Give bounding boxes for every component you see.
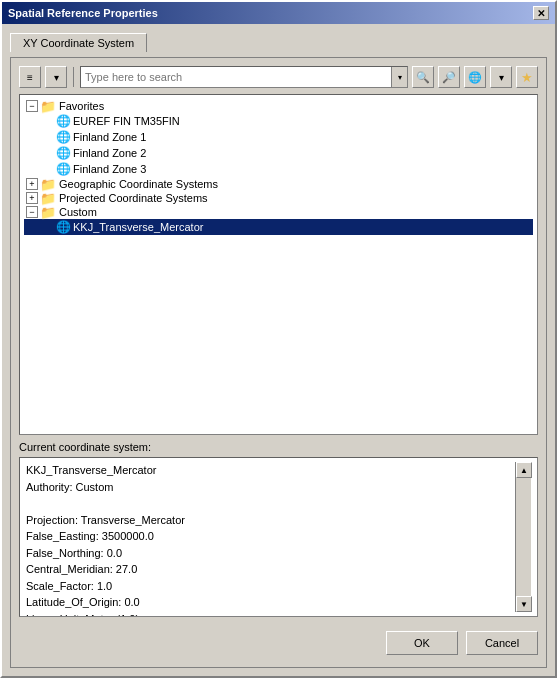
tree-node-custom[interactable]: − 📁 Custom [24,205,533,219]
dropdown-button[interactable]: ▾ [45,66,67,88]
coord-line-authority: Authority: Custom [26,479,515,496]
cancel-button[interactable]: Cancel [466,631,538,655]
coord-line-projection: Projection: Transverse_Mercator [26,512,515,529]
coordinate-system-tree[interactable]: − 📁 Favorites 🌐 EUREF FIN TM35FIN 🌐 [19,94,538,435]
tree-label-custom: Custom [59,206,97,218]
expander-favorites[interactable]: − [26,100,38,112]
spacer-finland2 [42,147,54,159]
tree-node-euref[interactable]: 🌐 EUREF FIN TM35FIN [24,113,533,129]
dropdown-arrow-icon: ▾ [54,72,59,83]
expander-geographic[interactable]: + [26,178,38,190]
coordinate-system-details: KKJ_Transverse_Mercator Authority: Custo… [19,457,538,617]
coord-line-blank [26,495,515,512]
coord-line-scale-factor: Scale_Factor: 1.0 [26,578,515,595]
scroll-down-button[interactable]: ▼ [516,596,532,612]
tree-label-projected: Projected Coordinate Systems [59,192,208,204]
spacer-finland3 [42,163,54,175]
tree-node-favorites[interactable]: − 📁 Favorites [24,99,533,113]
ok-button[interactable]: OK [386,631,458,655]
find-icon: 🔎 [442,71,456,84]
star-icon: ★ [521,70,533,85]
search-input[interactable] [81,71,391,83]
globe-button[interactable]: 🌐 [464,66,486,88]
tree-node-finland2[interactable]: 🌐 Finland Zone 2 [24,145,533,161]
tree-label-geographic: Geographic Coordinate Systems [59,178,218,190]
coord-line-name: KKJ_Transverse_Mercator [26,462,515,479]
tree-label-favorites: Favorites [59,100,104,112]
scroll-up-button[interactable]: ▲ [516,462,532,478]
globe-icon-finland2: 🌐 [56,146,70,160]
search-icon: 🔍 [416,71,430,84]
tree-label-kkj: KKJ_Transverse_Mercator [73,221,203,233]
globe-icon-euref: 🌐 [56,114,70,128]
toolbar: ≡ ▾ ▾ 🔍 🔎 🌐 [19,66,538,88]
tab-bar: XY Coordinate System [10,32,547,51]
coord-line-latitude-origin: Latitude_Of_Origin: 0.0 [26,594,515,611]
close-button[interactable]: ✕ [533,6,549,20]
coord-line-false-northing: False_Northing: 0.0 [26,545,515,562]
search-button[interactable]: 🔍 [412,66,434,88]
filter-icon: ≡ [27,72,33,83]
globe-icon: 🌐 [468,71,482,84]
tab-content: ≡ ▾ ▾ 🔍 🔎 🌐 [10,57,547,668]
tree-node-finland3[interactable]: 🌐 Finland Zone 3 [24,161,533,177]
title-bar: Spatial Reference Properties ✕ [2,2,555,24]
tree-label-finland1: Finland Zone 1 [73,131,146,143]
coord-system-label: Current coordinate system: [19,441,538,453]
button-row: OK Cancel [19,631,538,659]
expander-projected[interactable]: + [26,192,38,204]
globe-icon-finland1: 🌐 [56,130,70,144]
expander-custom[interactable]: − [26,206,38,218]
tree-node-projected[interactable]: + 📁 Projected Coordinate Systems [24,191,533,205]
star-button[interactable]: ★ [516,66,538,88]
tree-node-geographic[interactable]: + 📁 Geographic Coordinate Systems [24,177,533,191]
globe-dropdown-arrow: ▾ [499,72,504,83]
coord-line-linear-unit: Linear Unit: Meter (1.0) [26,611,515,618]
coord-scrollbar: ▲ ▼ [515,462,531,612]
projected-folder-icon: 📁 [40,192,56,204]
coord-line-false-easting: False_Easting: 3500000.0 [26,528,515,545]
filter-button[interactable]: ≡ [19,66,41,88]
toolbar-divider [73,67,74,87]
custom-folder-icon: 📁 [40,206,56,218]
favorites-folder-icon: 📁 [40,100,56,112]
tree-label-finland3: Finland Zone 3 [73,163,146,175]
tree-label-euref: EUREF FIN TM35FIN [73,115,180,127]
geographic-folder-icon: 📁 [40,178,56,190]
tree-label-finland2: Finland Zone 2 [73,147,146,159]
spacer-euref [42,115,54,127]
globe-icon-finland3: 🌐 [56,162,70,176]
spacer-kkj [42,221,54,233]
globe-dropdown[interactable]: ▾ [490,66,512,88]
tree-node-finland1[interactable]: 🌐 Finland Zone 1 [24,129,533,145]
search-dropdown-arrow[interactable]: ▾ [391,67,407,87]
bottom-section: Current coordinate system: KKJ_Transvers… [19,441,538,617]
scroll-track [516,478,531,596]
globe-icon-kkj: 🌐 [56,220,70,234]
spatial-reference-dialog: Spatial Reference Properties ✕ XY Coordi… [0,0,557,678]
coord-line-central-meridian: Central_Meridian: 27.0 [26,561,515,578]
tree-node-kkj[interactable]: 🌐 KKJ_Transverse_Mercator [24,219,533,235]
coord-text-content: KKJ_Transverse_Mercator Authority: Custo… [26,462,515,612]
search-box: ▾ [80,66,408,88]
window-title: Spatial Reference Properties [8,7,158,19]
find-button[interactable]: 🔎 [438,66,460,88]
spacer-finland1 [42,131,54,143]
content-area: XY Coordinate System ≡ ▾ ▾ 🔍 [2,24,555,676]
tab-xy-coordinate-system[interactable]: XY Coordinate System [10,33,147,52]
